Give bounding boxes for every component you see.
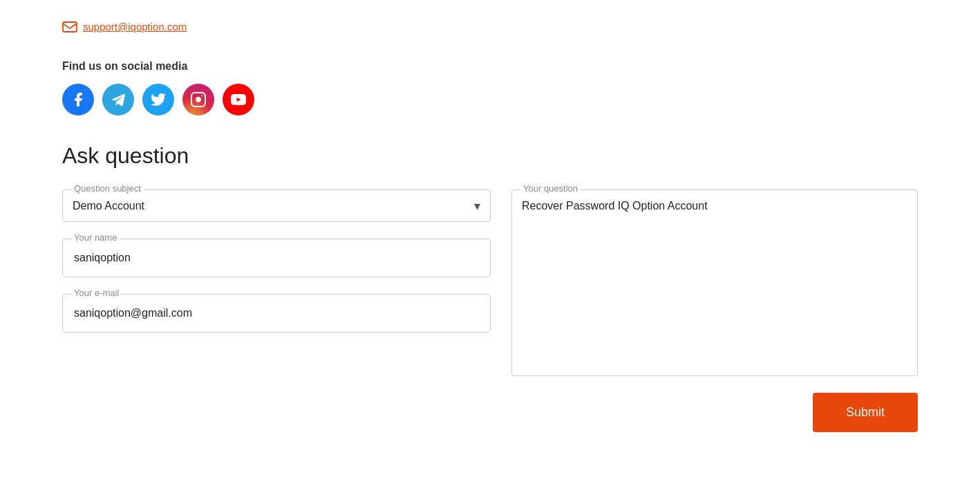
subject-field-wrapper: Question subject Demo Account Real Accou… xyxy=(62,189,491,222)
ask-question-title: Ask question xyxy=(62,143,918,169)
ask-question-section: Ask question Question subject Demo Accou… xyxy=(62,143,918,432)
social-section: Find us on social media xyxy=(62,60,918,115)
telegram-icon[interactable] xyxy=(102,84,134,115)
form-left-column: Question subject Demo Account Real Accou… xyxy=(62,189,491,333)
submit-row: Submit xyxy=(62,393,918,432)
name-field-wrapper: Your name xyxy=(62,239,491,277)
social-label: Find us on social media xyxy=(62,60,918,73)
twitter-icon[interactable] xyxy=(142,84,174,115)
svg-rect-0 xyxy=(63,22,77,32)
question-textarea[interactable]: Recover Password IQ Option Account xyxy=(512,190,917,375)
form-layout: Question subject Demo Account Real Accou… xyxy=(62,189,918,376)
subject-select[interactable]: Demo Account Real Account Deposits Withd… xyxy=(63,190,490,221)
email-field-wrapper: Your e-mail xyxy=(62,294,491,333)
email-label: Your e-mail xyxy=(71,288,122,298)
email-row: support@iqoption.com xyxy=(62,21,918,32)
facebook-icon[interactable] xyxy=(62,84,94,115)
question-field-wrapper: Your question Recover Password IQ Option… xyxy=(511,189,918,376)
subject-label: Question subject xyxy=(71,183,144,194)
question-label: Your question xyxy=(520,183,581,194)
name-input[interactable] xyxy=(73,246,480,270)
name-label: Your name xyxy=(71,232,120,243)
submit-button[interactable]: Submit xyxy=(813,393,918,432)
form-right-column: Your question Recover Password IQ Option… xyxy=(511,189,918,376)
youtube-icon[interactable] xyxy=(223,84,254,115)
email-input[interactable] xyxy=(73,301,480,325)
social-icons-row xyxy=(62,84,918,115)
email-link[interactable]: support@iqoption.com xyxy=(83,21,187,32)
instagram-icon[interactable] xyxy=(182,84,214,115)
email-icon xyxy=(62,21,77,32)
